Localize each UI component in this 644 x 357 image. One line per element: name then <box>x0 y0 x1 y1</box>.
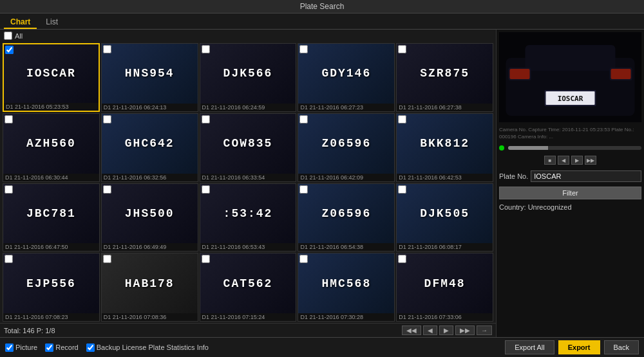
plate-checkbox-11[interactable] <box>5 185 13 194</box>
plate-text-7: GHC642 <box>125 137 175 150</box>
plate-cell-12[interactable]: JHS500D1 21-11-2016 06:49:49 <box>101 183 198 252</box>
plate-cell-10[interactable]: BKK812D1 21-11-2016 06:42:53 <box>396 113 493 182</box>
plate-timestamp-15: D1 21-11-2016 06:08:17 <box>397 243 493 251</box>
plate-checkbox-7[interactable] <box>103 115 111 124</box>
plate-checkbox-5[interactable] <box>398 45 406 53</box>
plate-cell-2[interactable]: HNS954D1 21-11-2016 06:24:13 <box>101 43 198 112</box>
plate-text-17: HAB178 <box>125 277 175 290</box>
record-label: Record <box>55 343 78 351</box>
app: Plate Search Chart List All IOSCARD1 21-… <box>0 0 644 357</box>
plate-cell-3[interactable]: DJK566D1 21-11-2016 06:24:59 <box>200 43 297 112</box>
record-checkbox-label[interactable]: Record <box>45 343 78 352</box>
plate-cell-20[interactable]: DFM48D1 21-11-2016 07:33:06 <box>396 253 493 322</box>
all-label: All <box>15 32 23 40</box>
plate-cell-1[interactable]: IOSCARD1 21-11-2016 05:23:53 <box>3 43 100 112</box>
plate-checkbox-13[interactable] <box>202 185 210 194</box>
progress-track <box>508 146 641 150</box>
plate-cell-9[interactable]: Z06596D1 21-11-2016 06:42:09 <box>298 113 395 182</box>
plate-checkbox-19[interactable] <box>299 255 308 263</box>
plate-image-15: DJK505 <box>397 184 493 244</box>
plate-image-17: HAB178 <box>102 253 198 313</box>
progress-fill <box>508 146 548 150</box>
plate-checkbox-8[interactable] <box>202 115 210 124</box>
plate-cell-19[interactable]: HMC568D1 21-11-2016 07:30:28 <box>298 253 395 322</box>
plate-no-input[interactable] <box>531 170 641 182</box>
export-all-button[interactable]: Export All <box>505 340 554 354</box>
plate-timestamp-2: D1 21-11-2016 06:24:13 <box>102 104 198 111</box>
plate-timestamp-8: D1 21-11-2016 06:33:54 <box>200 174 296 181</box>
plate-checkbox-15[interactable] <box>398 185 406 194</box>
plate-text-14: Z06596 <box>321 207 371 220</box>
record-checkbox[interactable] <box>45 343 53 352</box>
first-page-btn[interactable]: ◀◀ <box>402 325 421 335</box>
plate-cell-6[interactable]: AZH560D1 21-11-2016 06:30:44 <box>3 113 100 182</box>
plate-image-4: GDY146 <box>298 44 394 104</box>
plate-cell-7[interactable]: GHC642D1 21-11-2016 06:32:56 <box>101 113 198 182</box>
bottom-right-btns: Export All Export Back <box>505 340 639 354</box>
plate-text-20: DFM48 <box>424 277 466 290</box>
export-button[interactable]: Export <box>558 340 600 354</box>
plate-text-3: DJK566 <box>223 67 273 80</box>
plate-cell-17[interactable]: HAB178D1 21-11-2016 07:08:36 <box>101 253 198 322</box>
playback-controls: ■ ◀ ▶ ▶▶ <box>499 154 641 166</box>
plate-checkbox-9[interactable] <box>299 115 308 124</box>
plate-no-label: Plate No. <box>499 172 528 180</box>
plate-checkbox-18[interactable] <box>202 255 210 263</box>
title-bar: Plate Search <box>0 0 644 14</box>
svg-rect-2 <box>526 45 616 71</box>
picture-checkbox[interactable] <box>5 343 14 352</box>
plate-cell-13[interactable]: :53:42D1 21-11-2016 06:53:43 <box>200 183 297 252</box>
plate-image-9: Z06596 <box>298 114 394 174</box>
plate-timestamp-9: D1 21-11-2016 06:42:09 <box>298 174 394 181</box>
plate-checkbox-2[interactable] <box>103 45 111 53</box>
goto-page-btn[interactable]: → <box>477 325 492 335</box>
plate-timestamp-19: D1 21-11-2016 07:30:28 <box>298 313 394 321</box>
pb-next-btn[interactable]: ▶▶ <box>585 156 596 165</box>
plate-cell-14[interactable]: Z06596D1 21-11-2016 06:54:38 <box>298 183 395 252</box>
plate-image-5: SZR875 <box>397 44 493 104</box>
plate-checkbox-14[interactable] <box>299 185 308 194</box>
last-page-btn[interactable]: ▶▶ <box>455 325 475 335</box>
plate-cell-8[interactable]: COW835D1 21-11-2016 06:33:54 <box>200 113 297 182</box>
tab-list[interactable]: List <box>39 16 64 29</box>
plate-image-14: Z06596 <box>298 184 394 244</box>
plate-text-5: SZR875 <box>420 67 469 80</box>
tabs: Chart List <box>0 14 644 30</box>
plate-timestamp-12: D1 21-11-2016 06:49:49 <box>102 243 198 251</box>
plate-text-9: Z06596 <box>321 137 371 150</box>
plate-text-4: GDY146 <box>321 67 371 80</box>
pb-play-btn[interactable]: ▶ <box>571 156 583 165</box>
plate-cell-16[interactable]: EJP556D1 21-11-2016 07:08:23 <box>3 253 100 322</box>
plate-cell-11[interactable]: JBC781D1 21-11-2016 06:47:50 <box>3 183 100 252</box>
plate-cell-4[interactable]: GDY146D1 21-11-2016 06:27:23 <box>298 43 395 112</box>
plate-checkbox-20[interactable] <box>398 255 406 263</box>
filter-button[interactable]: Filter <box>499 187 641 199</box>
plate-checkbox-4[interactable] <box>299 45 308 53</box>
plate-cell-15[interactable]: DJK505D1 21-11-2016 06:08:17 <box>396 183 493 252</box>
plate-cell-5[interactable]: SZR875D1 21-11-2016 06:27:38 <box>396 43 493 112</box>
plate-checkbox-10[interactable] <box>398 115 406 124</box>
plate-checkbox-6[interactable] <box>5 115 13 124</box>
all-checkbox[interactable] <box>4 32 12 40</box>
plate-checkbox-1[interactable] <box>5 46 14 54</box>
plate-checkbox-3[interactable] <box>202 45 210 53</box>
pb-stop-btn[interactable]: ■ <box>544 156 556 165</box>
next-page-btn[interactable]: ▶ <box>439 325 453 335</box>
plate-image-16: EJP556 <box>3 253 99 313</box>
picture-checkbox-label[interactable]: Picture <box>5 343 37 352</box>
plate-checkbox-16[interactable] <box>5 255 13 263</box>
plate-image-8: COW835 <box>200 114 296 174</box>
plate-image-20: DFM48 <box>397 253 493 313</box>
plate-cell-18[interactable]: CAT562D1 21-11-2016 07:15:24 <box>200 253 297 322</box>
back-button[interactable]: Back <box>604 340 639 354</box>
capture-info-text: Camera No. Capture Time: 2016-11-21 05:2… <box>499 127 634 140</box>
plate-timestamp-18: D1 21-11-2016 07:15:24 <box>200 313 296 321</box>
pb-prev-btn[interactable]: ◀ <box>558 156 569 165</box>
backup-checkbox-label[interactable]: Backup License Plate Statistics Info <box>86 343 209 352</box>
plate-checkbox-12[interactable] <box>103 185 111 194</box>
prev-page-btn[interactable]: ◀ <box>423 325 437 335</box>
plate-checkbox-17[interactable] <box>103 255 111 263</box>
plate-text-15: DJK505 <box>420 207 469 220</box>
tab-chart[interactable]: Chart <box>4 16 37 29</box>
backup-checkbox[interactable] <box>86 343 95 352</box>
